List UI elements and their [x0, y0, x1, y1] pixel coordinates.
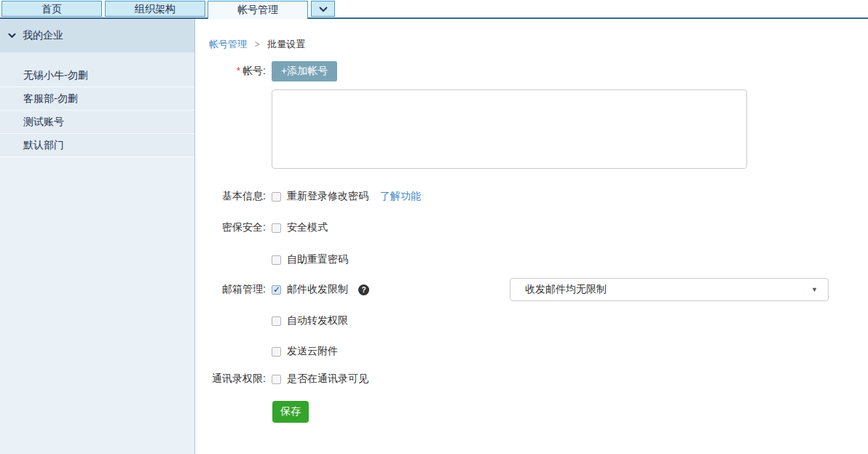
checkbox-mail-send-receive-limit[interactable] [272, 285, 281, 295]
accounts-textarea[interactable] [272, 89, 747, 169]
breadcrumb-link-account-management[interactable]: 帐号管理 [209, 39, 247, 49]
breadcrumb-separator: > [255, 39, 260, 49]
checkbox-security-mode[interactable] [272, 223, 281, 233]
breadcrumb: 帐号管理 > 批量设置 [209, 38, 305, 51]
self-reset-password-row: 自助重置密码 [209, 254, 348, 266]
sidebar-item-customer-service[interactable]: 客服部-勿删 [0, 87, 194, 111]
auto-forward-row: 自动转发权限 [209, 315, 348, 327]
tab-home[interactable]: 首页 [1, 1, 102, 17]
main-content: 帐号管理 > 批量设置 *帐号: +添加帐号 基本信息: 重新登录修改密码 了解… [195, 19, 868, 454]
basic-info-label: 基本信息: [209, 190, 266, 203]
chevron-down-icon [8, 33, 16, 39]
contacts-label: 通讯录权限: [209, 373, 266, 386]
checkbox-label: 发送云附件 [287, 345, 338, 358]
account-row: *帐号: +添加帐号 [209, 61, 337, 81]
checkbox-cloud-attachment[interactable] [272, 347, 281, 357]
add-account-button[interactable]: +添加帐号 [272, 61, 337, 81]
checkbox-label: 重新登录修改密码 [287, 190, 368, 203]
checkbox-visible-in-contacts[interactable] [272, 375, 281, 384]
tab-account-management[interactable]: 帐号管理 [208, 1, 308, 19]
checkbox-label: 安全模式 [287, 221, 328, 234]
checkbox-self-reset-password[interactable] [272, 255, 281, 265]
checkbox-label: 自动转发权限 [287, 314, 348, 327]
sidebar-item-list: 无锡小牛-勿删 客服部-勿删 测试账号 默认部门 [0, 52, 194, 157]
chevron-down-icon [319, 1, 328, 16]
required-asterisk: * [237, 65, 240, 76]
help-icon[interactable]: ? [358, 284, 369, 295]
sidebar-group-my-enterprise[interactable]: 我的企业 [0, 19, 194, 52]
contacts-visibility-row: 通讯录权限: 是否在通讯录可见 [209, 373, 368, 385]
checkbox-relogin-change-password[interactable] [272, 192, 281, 202]
mailbox-label: 邮箱管理: [209, 283, 266, 296]
tab-more[interactable] [311, 1, 335, 17]
department-sidebar: 我的企业 无锡小牛-勿删 客服部-勿删 测试账号 默认部门 [0, 19, 195, 454]
batch-settings-page: 首页 组织架构 帐号管理 我的企业 无锡小牛-勿删 客服部-勿删 测试账号 默认… [0, 0, 868, 454]
account-label: *帐号: [209, 65, 266, 78]
mail-limit-select[interactable]: 收发邮件均无限制 ▼ [510, 278, 829, 301]
checkbox-label: 邮件收发限制 [287, 283, 348, 296]
cloud-attachment-row: 发送云附件 [209, 346, 338, 357]
sidebar-item-default-department[interactable]: 默认部门 [0, 134, 194, 157]
security-mode-row: 密保安全: 安全模式 [209, 222, 328, 234]
checkbox-auto-forward-permission[interactable] [272, 316, 281, 326]
security-label: 密保安全: [209, 221, 266, 234]
sidebar-group-label: 我的企业 [23, 29, 63, 42]
checkbox-label: 是否在通讯录可见 [287, 373, 368, 386]
tabbar: 首页 组织架构 帐号管理 [0, 0, 868, 19]
checkbox-label: 自助重置密码 [287, 253, 348, 266]
sidebar-item-wuxi-xiaoniu[interactable]: 无锡小牛-勿删 [0, 64, 194, 87]
basic-info-row: 基本信息: 重新登录修改密码 了解功能 [209, 191, 421, 202]
save-button[interactable]: 保存 [272, 401, 309, 423]
select-value: 收发邮件均无限制 [525, 283, 607, 296]
tab-org-structure[interactable]: 组织架构 [105, 1, 205, 17]
sidebar-item-test-account[interactable]: 测试账号 [0, 111, 194, 134]
mail-limit-row: 邮箱管理: 邮件收发限制 ? [209, 284, 369, 295]
chevron-down-icon: ▼ [811, 286, 818, 293]
learn-feature-link[interactable]: 了解功能 [380, 190, 421, 203]
breadcrumb-current: 批量设置 [267, 39, 305, 49]
